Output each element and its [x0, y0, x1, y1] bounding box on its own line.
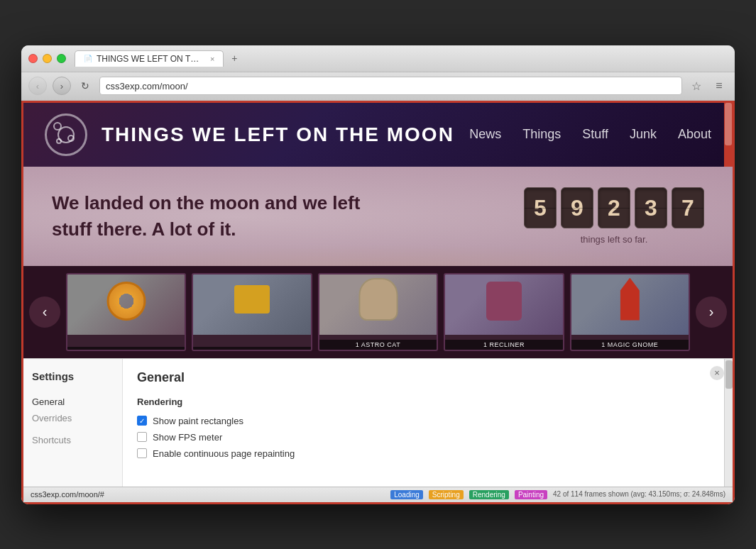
address-bar: ‹ › ↻ css3exp.com/moon/ ☆ ≡	[21, 72, 735, 101]
gallery-item-4[interactable]: 1 MAGIC GNOME	[570, 273, 690, 351]
badge-rendering: Rendering	[469, 490, 509, 499]
counter-label: things left so far.	[581, 234, 648, 245]
website-content: THINGS WE LEFT ON THE MOON News Things S…	[21, 101, 735, 504]
tab-favicon-icon: 📄	[84, 55, 92, 62]
devtools-layout: Settings General Overrides Shortcuts Gen…	[23, 359, 733, 487]
devtools-panel-title: General	[137, 370, 710, 385]
moon-surface-decoration	[23, 245, 733, 266]
digit-3: 3	[635, 187, 667, 228]
scrollbar-thumb[interactable]	[725, 103, 732, 145]
minimize-window-button[interactable]	[43, 54, 52, 63]
hero-heading-line2: stuff there. A lot of it.	[52, 218, 236, 240]
digit-2: 2	[598, 187, 630, 228]
site-nav: News Things Stuff Junk About	[469, 127, 711, 142]
maximize-window-button[interactable]	[57, 54, 66, 63]
gallery-item-1[interactable]	[192, 273, 312, 351]
cat-icon	[358, 278, 398, 321]
gallery-img-4	[571, 274, 689, 335]
site-logo	[45, 113, 87, 156]
donut-icon	[106, 282, 146, 321]
nav-stuff[interactable]: Stuff	[582, 127, 608, 142]
gallery-label-0	[67, 347, 185, 350]
hero-counter: 5 9 2 3 7 things left so far.	[524, 187, 704, 245]
gallery-item-0[interactable]	[66, 273, 186, 351]
tab-title: THINGS WE LEFT ON THE M...	[97, 54, 203, 64]
bookmark-button[interactable]: ☆	[688, 77, 705, 94]
browser-window: 📄 THINGS WE LEFT ON THE M... × + ‹ › ↻ c…	[21, 45, 735, 504]
badge-loading: Loading	[390, 490, 423, 499]
scrollbar[interactable]	[724, 103, 733, 167]
new-tab-button[interactable]: +	[226, 50, 242, 66]
devtools-sidebar: Settings General Overrides Shortcuts	[23, 359, 123, 487]
devtools-checkboxes: Show paint rectangles Show FPS meter Ena…	[137, 416, 710, 459]
title-bar: 📄 THINGS WE LEFT ON THE M... × +	[21, 45, 735, 72]
gallery-items: 1 ASTRO CAT 1 RECLINER 1 MAGIC GNOME	[66, 273, 690, 351]
gallery-item-3[interactable]: 1 RECLINER	[444, 273, 564, 351]
devtools-sidebar-general[interactable]: General	[32, 394, 114, 410]
devtools-panel: × Settings General Overrides Shortcuts G…	[23, 358, 733, 487]
badge-painting: Painting	[515, 490, 547, 499]
devtools-scrollbar-thumb[interactable]	[725, 360, 733, 389]
nav-things[interactable]: Things	[522, 127, 561, 142]
devtools-sidebar-shortcuts[interactable]: Shortcuts	[32, 432, 114, 448]
gallery-next-button[interactable]: ›	[696, 296, 727, 328]
gallery-prev-button[interactable]: ‹	[29, 296, 60, 328]
checkbox-label-0: Show paint rectangles	[153, 416, 243, 426]
checkbox-row-2[interactable]: Enable continuous page repainting	[137, 448, 710, 459]
site-header: THINGS WE LEFT ON THE MOON News Things S…	[23, 103, 733, 167]
nav-news[interactable]: News	[469, 127, 501, 142]
gnome-icon	[614, 278, 646, 321]
devtools-rendering-title: Rendering	[137, 396, 710, 407]
devtools-sidebar-title: Settings	[32, 370, 114, 382]
traffic-lights	[28, 54, 66, 63]
digit-1: 9	[561, 187, 593, 228]
chair-icon	[486, 282, 522, 321]
nav-junk[interactable]: Junk	[630, 127, 657, 142]
gallery-img-2	[319, 274, 437, 335]
checkbox-continuous-repainting[interactable]	[137, 448, 147, 458]
active-tab[interactable]: 📄 THINGS WE LEFT ON THE M... ×	[75, 50, 224, 67]
hero-heading-line1: We landed on the moon and we left	[52, 192, 360, 214]
gallery-img-1	[193, 274, 310, 335]
checkbox-paint-rectangles[interactable]	[137, 416, 147, 426]
close-window-button[interactable]	[28, 54, 38, 63]
devtools-scrollbar[interactable]	[724, 359, 733, 487]
refresh-button[interactable]: ↻	[77, 77, 94, 94]
checkbox-label-2: Enable continuous page repainting	[153, 448, 295, 459]
gallery-label-2: 1 ASTRO CAT	[319, 340, 437, 350]
digit-4: 7	[672, 187, 704, 228]
status-bar: css3exp.com/moon/# Loading Scripting Ren…	[23, 487, 733, 502]
devtools-main: General Rendering Show paint rectangles …	[123, 359, 724, 487]
hero-text: We landed on the moon and we left stuff …	[52, 190, 524, 242]
hero-section: We landed on the moon and we left stuff …	[23, 167, 733, 266]
tab-close-button[interactable]: ×	[210, 55, 214, 63]
mower-icon	[234, 285, 270, 314]
gallery-item-2[interactable]: 1 ASTRO CAT	[318, 273, 438, 351]
status-url: css3exp.com/moon/#	[31, 490, 104, 499]
nav-about[interactable]: About	[678, 127, 711, 142]
badge-scripting: Scripting	[429, 490, 464, 499]
site-title: THINGS WE LEFT ON THE MOON	[102, 123, 469, 146]
forward-button[interactable]: ›	[53, 77, 71, 95]
digit-0: 5	[524, 187, 557, 228]
frames-info: 42 of 114 frames shown (avg: 43.150ms; σ…	[553, 490, 725, 499]
gallery-label-1	[193, 347, 310, 350]
gallery-img-3	[445, 274, 562, 335]
back-button[interactable]: ‹	[28, 77, 47, 95]
gallery-section: ‹	[23, 266, 733, 358]
gallery-label-4: 1 MAGIC GNOME	[571, 340, 689, 350]
hero-heading: We landed on the moon and we left stuff …	[52, 190, 524, 242]
checkbox-fps-meter[interactable]	[137, 432, 147, 442]
checkbox-row-1[interactable]: Show FPS meter	[137, 432, 710, 443]
devtools-close-button[interactable]: ×	[710, 366, 724, 380]
counter-digits: 5 9 2 3 7	[524, 187, 704, 228]
url-text: css3exp.com/moon/	[106, 81, 188, 92]
url-input[interactable]: css3exp.com/moon/	[99, 77, 682, 95]
gallery-label-3: 1 RECLINER	[445, 340, 562, 350]
gallery-img-0	[67, 274, 185, 335]
checkbox-row-0[interactable]: Show paint rectangles	[137, 416, 710, 426]
checkbox-label-1: Show FPS meter	[153, 432, 222, 443]
devtools-sidebar-overrides[interactable]: Overrides	[32, 410, 114, 426]
logo-graphic	[52, 121, 80, 149]
menu-button[interactable]: ≡	[711, 77, 728, 94]
